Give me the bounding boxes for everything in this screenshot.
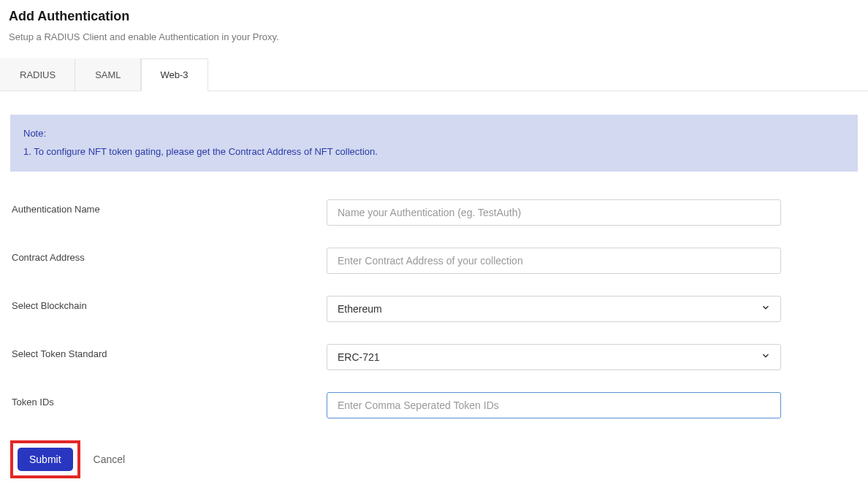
page-title: Add Authentication [9,9,859,24]
blockchain-label: Select Blockchain [9,296,327,311]
tabs: RADIUS SAML Web-3 [0,58,868,91]
token-ids-label: Token IDs [9,392,327,408]
cancel-button[interactable]: Cancel [94,454,126,465]
tab-radius[interactable]: RADIUS [0,58,75,91]
note-label: Note: [23,126,845,142]
blockchain-select[interactable]: Ethereum [327,296,781,322]
tab-saml[interactable]: SAML [75,58,140,91]
contract-address-input[interactable] [327,248,781,274]
note-box: Note: 1. To configure NFT token gating, … [10,115,858,172]
token-standard-select[interactable]: ERC-721 [327,344,781,370]
submit-button[interactable]: Submit [18,448,73,471]
note-line: 1. To configure NFT token gating, please… [23,146,378,157]
auth-name-input[interactable] [327,199,781,226]
contract-address-label: Contract Address [9,248,327,263]
highlight-box: Submit [10,440,80,478]
token-ids-input[interactable] [327,392,781,418]
page-subtitle: Setup a RADIUS Client and enable Authent… [9,31,859,42]
token-standard-label: Select Token Standard [9,344,327,359]
tab-web3[interactable]: Web-3 [141,58,208,91]
auth-name-label: Authentication Name [9,199,327,215]
